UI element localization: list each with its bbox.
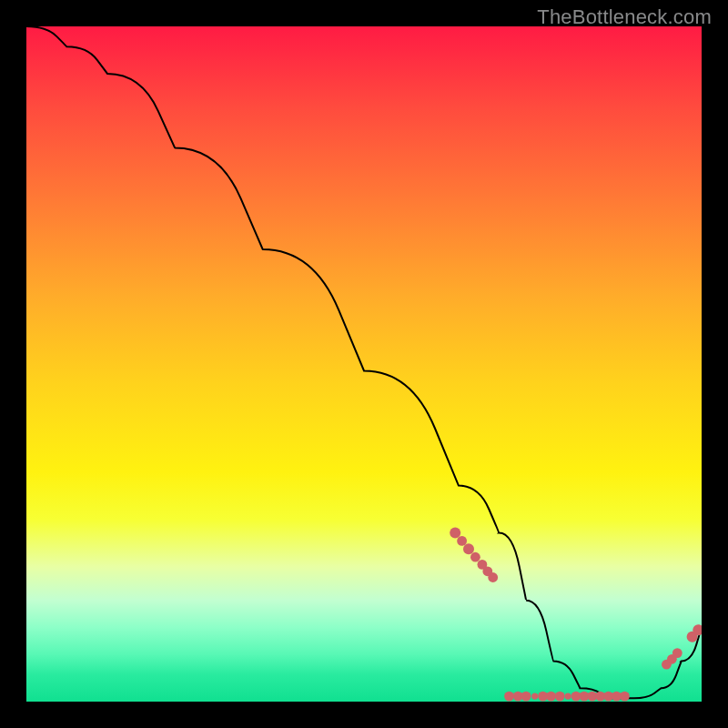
marker-dot [672,648,682,658]
curve-markers [450,528,702,702]
marker-dot [488,572,498,582]
marker-dot [470,552,480,562]
marker-dot [521,692,531,702]
marker-dot [531,693,538,700]
marker-dot [620,692,630,702]
watermark-text: TheBottleneck.com [537,5,712,29]
marker-dot [565,693,571,700]
bottleneck-plot [26,26,702,702]
bottleneck-curve [26,26,702,698]
marker-dot [546,692,556,702]
marker-dot [450,528,460,539]
marker-dot [555,692,565,702]
marker-dot [504,692,514,702]
marker-dot [463,543,474,554]
plot-svg [26,26,702,702]
chart-container: TheBottleneck.com [0,0,728,728]
marker-dot [457,536,467,546]
